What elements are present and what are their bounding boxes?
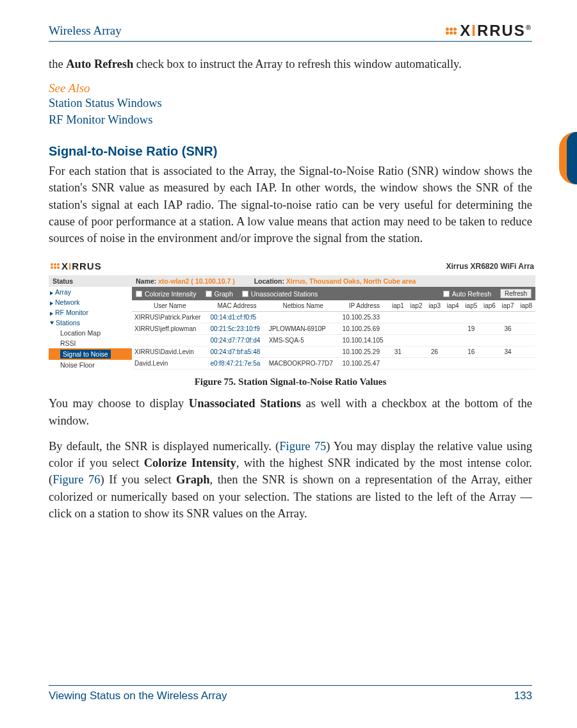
footer-page-number: 133 — [514, 690, 532, 702]
table-col-9: iap6 — [480, 300, 499, 312]
paragraph-display-options: By default, the SNR is displayed numeric… — [49, 438, 532, 522]
shot-control-bar: Colorize Intensity Graph Unassociated St… — [132, 287, 535, 300]
nav-sub-location-map[interactable]: Location Map — [49, 328, 132, 338]
table-col-2: Netbios Name — [266, 300, 340, 312]
table-row[interactable]: 00:24:d7:77:0f:d4XMS-SQA-510.100.14.105 — [132, 335, 535, 346]
page-header: Wireless Array XIRRUS® — [49, 22, 532, 42]
table-row[interactable]: David.Levine0:f8:47:21:7e:5aMACBOOKPRO-7… — [132, 358, 535, 369]
figure-caption: Figure 75. Station Signal-to-Noise Ratio… — [49, 376, 532, 387]
table-row[interactable]: XIRRUS\David.Levin00:24:d7:bf:a5:4810.10… — [132, 346, 535, 358]
section-paragraph: For each station that is associated to t… — [49, 163, 532, 247]
see-also-link-2[interactable]: RF Monitor Windows — [49, 112, 532, 129]
shot-sidebar: Status Array Network RF Monitor Stations… — [49, 275, 132, 370]
table-col-8: iap5 — [462, 300, 481, 312]
shot-main: Name: xto-wlan2 ( 10.100.10.7 ) Location… — [132, 275, 535, 370]
table-col-7: iap4 — [444, 300, 462, 312]
logo-dots-icon — [445, 27, 457, 35]
nav-status-header: Status — [49, 275, 132, 287]
table-col-1: MAC Address — [207, 300, 266, 312]
shot-logo: XIRRUS — [50, 261, 102, 271]
nav-item-stations[interactable]: Stations — [49, 318, 132, 328]
page-footer: Viewing Status on the Wireless Array 133 — [49, 685, 532, 702]
table-col-4: iap1 — [389, 300, 407, 312]
checkbox-graph[interactable]: Graph — [206, 290, 233, 298]
nav-item-rf-monitor[interactable]: RF Monitor — [49, 307, 132, 318]
table-col-10: iap7 — [499, 300, 517, 312]
paragraph-unassociated: You may choose to display Unassociated S… — [49, 395, 532, 429]
see-also-link-1[interactable]: Station Status Windows — [49, 95, 532, 112]
footer-section: Viewing Status on the Wireless Array — [49, 690, 227, 702]
table-col-11: iap8 — [517, 300, 535, 312]
embedded-screenshot: XIRRUS Xirrus XR6820 WiFi Arra Status Ar… — [49, 258, 535, 370]
page-container: Wireless Array XIRRUS® the Auto Refresh … — [0, 0, 577, 728]
table-row[interactable]: XIRRUS\jeff.plowman00:21:5c:23:10:f9JPLO… — [132, 323, 535, 335]
nav-sub-rssi[interactable]: RSSI — [49, 338, 132, 348]
table-col-6: iap3 — [425, 300, 444, 312]
table-col-5: iap2 — [407, 300, 426, 312]
section-heading: Signal-to-Noise Ratio (SNR) — [49, 144, 532, 159]
shot-header: XIRRUS Xirrus XR6820 WiFi Arra — [49, 258, 535, 275]
snr-table: User NameMAC AddressNetbios NameIP Addre… — [132, 300, 535, 369]
see-also-heading: See Also — [49, 81, 532, 95]
nav-item-network[interactable]: Network — [49, 297, 132, 307]
table-col-3: IP Address — [340, 300, 389, 312]
table-header-row: User NameMAC AddressNetbios NameIP Addre… — [132, 300, 535, 312]
nav-sub-noise-floor[interactable]: Noise Floor — [49, 360, 132, 370]
checkbox-unassociated[interactable]: Unassociated Stations — [242, 290, 318, 298]
nav-sub-signal-to-noise[interactable]: Signal to Noise — [49, 348, 132, 360]
nav-item-array[interactable]: Array — [49, 287, 132, 297]
table-col-0: User Name — [132, 300, 207, 312]
table-row[interactable]: XIRRUS\Patrick.Parker00:14:d1:cf:f0:f510… — [132, 312, 535, 323]
intro-paragraph: the Auto Refresh check box to instruct t… — [49, 56, 532, 72]
shot-infobar: Name: xto-wlan2 ( 10.100.10.7 ) Location… — [132, 275, 535, 287]
figure-ref-76[interactable]: Figure 76 — [53, 473, 100, 486]
checkbox-colorize[interactable]: Colorize Intensity — [136, 290, 197, 298]
doc-title: Wireless Array — [49, 24, 122, 38]
shot-product-title: Xirrus XR6820 WiFi Arra — [446, 262, 534, 271]
refresh-button[interactable]: Refresh — [500, 289, 532, 298]
figure-ref-75[interactable]: Figure 75 — [279, 440, 326, 453]
side-tab-blue — [567, 132, 577, 184]
brand-logo: XIRRUS® — [445, 22, 532, 40]
checkbox-auto-refresh[interactable]: Auto Refresh — [443, 290, 491, 298]
logo-wordmark: XIRRUS® — [460, 22, 532, 40]
